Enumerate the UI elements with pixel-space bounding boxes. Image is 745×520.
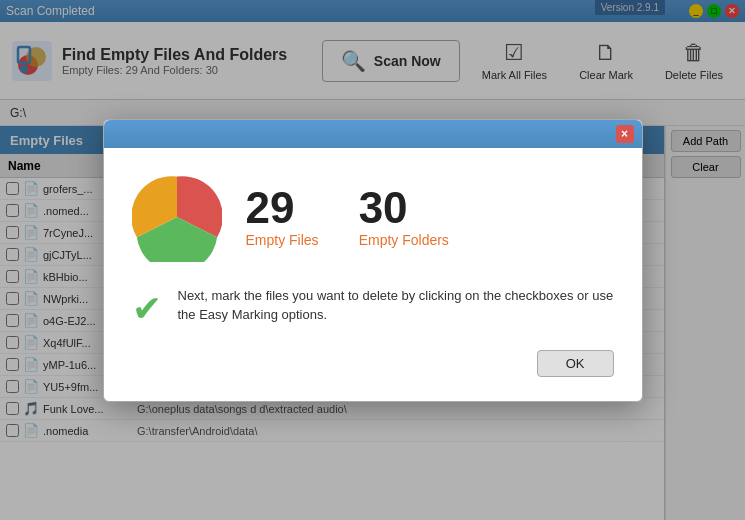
check-icon: ✔ xyxy=(132,288,162,330)
message-text: Next, mark the files you want to delete … xyxy=(178,286,614,325)
modal-overlay: × 29 Empty F xyxy=(0,0,745,520)
modal-header: × xyxy=(104,120,642,148)
empty-folders-stat: 30 Empty Folders xyxy=(359,186,449,248)
modal-footer: OK xyxy=(132,350,614,381)
pie-chart xyxy=(132,172,222,262)
modal-body: 29 Empty Files 30 Empty Folders ✔ Next, … xyxy=(104,148,642,401)
modal-message: ✔ Next, mark the files you want to delet… xyxy=(132,286,614,330)
empty-files-label: Empty Files xyxy=(246,232,319,248)
empty-files-count: 29 xyxy=(246,186,295,230)
empty-folders-count: 30 xyxy=(359,186,408,230)
modal-close-button[interactable]: × xyxy=(616,125,634,143)
stats-numbers: 29 Empty Files 30 Empty Folders xyxy=(246,186,449,248)
empty-folders-label: Empty Folders xyxy=(359,232,449,248)
ok-button[interactable]: OK xyxy=(537,350,614,377)
scan-complete-modal: × 29 Empty F xyxy=(103,119,643,402)
empty-files-stat: 29 Empty Files xyxy=(246,186,319,248)
stats-row: 29 Empty Files 30 Empty Folders xyxy=(132,172,614,262)
